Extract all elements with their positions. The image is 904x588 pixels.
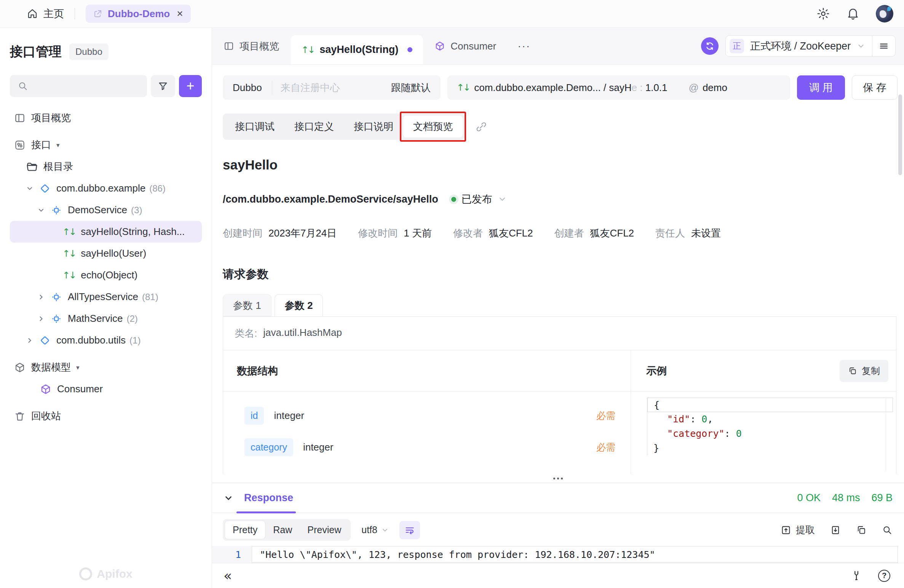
chevron-down-icon[interactable] [37, 206, 48, 214]
code-line: "id": 0, [647, 412, 893, 427]
publish-status[interactable]: 已发布 [451, 192, 507, 206]
help-icon[interactable]: ? [878, 570, 890, 582]
avatar[interactable] [876, 5, 893, 22]
search-input[interactable] [10, 75, 147, 97]
encoding-select[interactable]: utf8 [361, 524, 389, 535]
tab-sayhello-string[interactable]: ↑↓ sayHello(String) [291, 35, 423, 64]
field-row-category: category integer 必需 [244, 438, 615, 456]
more-tabs-button[interactable]: ··· [508, 28, 540, 64]
example-code[interactable]: { "id": 0, "category": 0 } [647, 398, 893, 455]
bell-icon[interactable] [846, 7, 860, 21]
sidebar-item-trash[interactable]: 回收站 [10, 405, 202, 427]
unsaved-dot [407, 47, 412, 52]
collapse-chevron-icon[interactable] [224, 493, 233, 503]
sidebar-title: 接口管理 [10, 43, 62, 61]
response-toolbar: Pretty Raw Preview utf8 提取 [223, 519, 893, 541]
follow-default-select[interactable]: 跟随默认 [381, 81, 441, 94]
download-icon[interactable] [830, 525, 841, 535]
link-icon[interactable] [476, 121, 487, 133]
tab-api-definition[interactable]: 接口定义 [284, 116, 344, 137]
gear-icon[interactable] [816, 7, 830, 21]
registry-input[interactable]: 来自注册中心 [272, 81, 381, 94]
add-button[interactable]: + [179, 75, 202, 97]
data-structure-header: 数据结构 [223, 350, 631, 391]
tab-doc-preview[interactable]: 文档预览 [403, 116, 463, 137]
response-tab[interactable]: Response [244, 492, 293, 504]
sidebar-item-alltypesservice[interactable]: AllTypesService (81) [10, 286, 202, 308]
chevron-down-icon[interactable] [26, 185, 37, 192]
apifox-watermark: Apifox [0, 567, 212, 580]
copy-icon[interactable] [856, 525, 867, 535]
tab-project-overview[interactable]: 项目概览 [212, 28, 291, 64]
protocol-badge: Dubbo [69, 43, 109, 60]
sidebar-item-com-dubbo-example[interactable]: com.dubbo.example (86) [10, 177, 202, 199]
sidebar-item-consumer-model[interactable]: Consumer [10, 378, 202, 400]
save-button[interactable]: 保 存 [852, 75, 898, 100]
sync-button[interactable] [701, 37, 719, 55]
scrollbar-thumb[interactable] [898, 94, 902, 175]
sidebar-item-demoservice[interactable]: DemoService (3) [10, 199, 202, 221]
protocol-select[interactable]: Dubbo [223, 82, 272, 94]
word-wrap-button[interactable] [399, 521, 420, 539]
apifox-logo-icon [79, 567, 92, 580]
example-header: 示例 [646, 364, 667, 378]
service-path-input[interactable]: ↑↓ com.dubbo.example.Demo... / sayHe : 1… [447, 75, 790, 100]
close-icon[interactable]: × [177, 8, 183, 19]
sidebar-item-apis[interactable]: 接口 ▾ [10, 134, 202, 156]
chevron-right-icon[interactable] [37, 293, 48, 301]
caret-down-icon[interactable]: ▾ [76, 364, 80, 371]
sidebar-item-echo-object[interactable]: ↑↓ echo(Object) [10, 264, 202, 286]
env-menu-button[interactable] [872, 35, 895, 57]
sidebar-header: 接口管理 Dubbo [10, 43, 202, 61]
project-tab-label: Dubbo-Demo [108, 8, 170, 20]
home-icon [27, 8, 38, 19]
search-icon[interactable] [882, 525, 893, 535]
caret-down-icon[interactable]: ▾ [56, 141, 60, 149]
tab-param-2[interactable]: 参数 2 [275, 294, 323, 316]
sidebar-item-project-overview[interactable]: 项目概览 [10, 107, 202, 129]
tab-api-description[interactable]: 接口说明 [344, 116, 403, 137]
search-icon [18, 81, 28, 91]
status-dot-icon [451, 197, 456, 202]
sidebar-item-sayhello-string-hash[interactable]: ↑↓ sayHello(String, Hash... [10, 221, 202, 243]
tab-consumer[interactable]: Consumer [423, 28, 508, 64]
tab-api-debug[interactable]: 接口调试 [225, 116, 284, 137]
chevron-right-icon[interactable] [37, 315, 48, 323]
sidebar-item-root-folder[interactable]: 根目录 [10, 156, 202, 177]
collapse-sidebar-icon[interactable]: « [224, 569, 232, 583]
class-name: java.util.HashMap [263, 327, 342, 340]
chevron-right-icon[interactable] [26, 337, 37, 344]
tool-icon[interactable] [851, 570, 862, 582]
project-tab[interactable]: Dubbo-Demo × [86, 5, 191, 23]
service-icon [50, 291, 62, 303]
code-line: { [647, 398, 893, 412]
panel-resize-handle[interactable] [212, 474, 904, 483]
word-wrap-icon [404, 525, 415, 535]
sidebar-item-sayhello-user[interactable]: ↑↓ sayHello(User) [10, 243, 202, 264]
topbar-divider [75, 8, 75, 19]
meta-modified: 修改时间1 天前 [358, 227, 432, 240]
tab-param-1[interactable]: 参数 1 [223, 294, 272, 316]
home-button[interactable]: 主页 [27, 7, 64, 21]
code-line: } [647, 441, 893, 455]
plus-icon: + [186, 79, 194, 93]
copy-button[interactable]: 复制 [840, 360, 888, 382]
response-size: 69 B [871, 492, 893, 504]
statusbar: « ? [212, 563, 904, 588]
cube-icon-purple [40, 383, 52, 395]
env-label: 正式环境 / ZooKeeper [750, 39, 851, 53]
filter-button[interactable] [151, 75, 175, 97]
meta-owner: 责任人未设置 [655, 227, 721, 240]
sidebar-item-com-dubbo-utils[interactable]: com.dubbo.utils (1) [10, 329, 202, 351]
app-root: 主页 Dubbo-Demo × 接口管理 Dubbo [0, 0, 904, 588]
tab-pretty[interactable]: Pretty [225, 521, 265, 539]
response-body[interactable]: 1 "Hello \"Apifox\", 123, response from … [212, 546, 904, 563]
response-time: 48 ms [832, 492, 860, 504]
sidebar-item-data-models[interactable]: 数据模型 ▾ [10, 356, 202, 378]
sidebar-item-mathservice[interactable]: MathService (2) [10, 308, 202, 329]
invoke-button[interactable]: 调 用 [797, 75, 845, 100]
extract-button[interactable]: 提取 [781, 524, 815, 536]
tab-raw[interactable]: Raw [265, 521, 300, 539]
tab-preview[interactable]: Preview [300, 521, 349, 539]
environment-selector[interactable]: 正 正式环境 / ZooKeeper [725, 35, 896, 57]
